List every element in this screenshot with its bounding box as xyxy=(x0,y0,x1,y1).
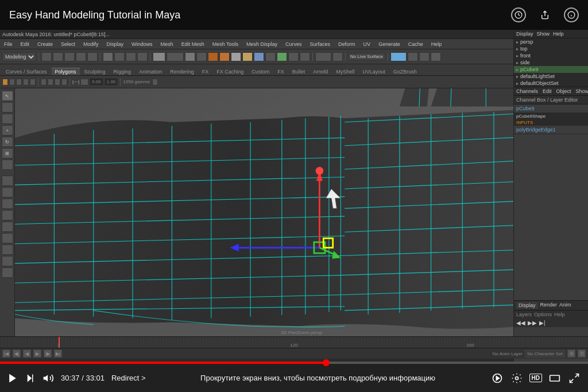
outliner-show[interactable]: Show xyxy=(537,31,550,37)
tab-rigging[interactable]: Rigging xyxy=(110,68,135,75)
menu-uv[interactable]: UV xyxy=(362,41,373,47)
menu-create[interactable]: Create xyxy=(36,41,55,47)
tl-play-fwd[interactable]: ▶ xyxy=(33,350,41,358)
dra-help2[interactable]: Help xyxy=(554,312,565,317)
tool-scale[interactable]: ⊞ xyxy=(2,148,13,158)
skip-forward-button[interactable] xyxy=(25,373,36,383)
toolbar-btn-26[interactable] xyxy=(408,52,418,61)
toolbar-btn-4[interactable] xyxy=(76,52,86,61)
outliner-side[interactable]: side xyxy=(520,60,530,65)
tool-transform[interactable] xyxy=(2,160,13,170)
menu-windows[interactable]: Windows xyxy=(130,41,154,47)
info-icon[interactable] xyxy=(564,7,579,22)
toolbar-btn-12[interactable] xyxy=(185,52,195,61)
toolbar-btn-27[interactable] xyxy=(419,52,430,61)
stb-11[interactable] xyxy=(152,79,158,86)
progress-bar-container[interactable] xyxy=(0,362,588,364)
tl-step-prev[interactable]: ◀| xyxy=(13,350,21,358)
toolbar-btn-10[interactable] xyxy=(153,52,165,61)
outliner-front[interactable]: front xyxy=(520,53,531,59)
tool-13[interactable] xyxy=(2,267,13,278)
tl-play-back[interactable]: ◀ xyxy=(23,350,31,358)
dra-display[interactable]: Display xyxy=(516,302,538,309)
fullscreen-button[interactable] xyxy=(567,371,581,385)
tl-next-btn[interactable]: ▶| xyxy=(54,350,62,358)
mode-selector[interactable]: Modeling xyxy=(2,52,36,61)
tab-fx-caching[interactable]: FX Caching xyxy=(213,68,247,75)
toolbar-btn-6[interactable] xyxy=(103,52,113,61)
toolbar-btn-15[interactable] xyxy=(219,52,230,61)
cb-channels[interactable]: Channels xyxy=(516,88,538,94)
toolbar-btn-28[interactable] xyxy=(431,52,441,61)
tab-gozbrush[interactable]: GoZBrush xyxy=(390,68,420,75)
toolbar-btn-18[interactable] xyxy=(254,52,264,61)
menu-cache[interactable]: Cache xyxy=(407,41,425,47)
tool-6[interactable] xyxy=(2,187,13,197)
menu-display[interactable]: Display xyxy=(105,41,126,47)
tool-move[interactable]: + xyxy=(2,125,13,135)
tab-arnold[interactable]: Arnold xyxy=(310,68,331,75)
dra-next[interactable]: ▶▶ xyxy=(528,320,537,326)
tab-curves[interactable]: Curves / Surfaces xyxy=(2,68,51,75)
menu-help[interactable]: Help xyxy=(430,41,444,47)
menu-modify[interactable]: Modify xyxy=(82,41,100,47)
toolbar-btn-25[interactable] xyxy=(390,52,407,61)
toolbar-btn-22[interactable] xyxy=(300,52,310,61)
outliner-persp[interactable]: persp xyxy=(520,39,533,45)
tl-extra1[interactable]: ⚙ xyxy=(567,350,575,358)
tool-12[interactable] xyxy=(2,256,13,266)
toolbar-btn-21[interactable] xyxy=(288,52,299,61)
stb-6[interactable] xyxy=(41,79,47,86)
toolbar-btn-1[interactable] xyxy=(41,52,52,61)
theater-mode-button[interactable] xyxy=(548,371,562,385)
menu-mesh-tools[interactable]: Mesh Tools xyxy=(211,41,240,47)
cb-input-item[interactable]: polyBridgeEdge1 xyxy=(514,126,588,134)
menu-mesh-display[interactable]: Mesh Display xyxy=(245,41,279,47)
toolbar-btn-11[interactable] xyxy=(167,52,184,61)
menu-deform[interactable]: Deform xyxy=(336,41,357,47)
toolbar-btn-17[interactable] xyxy=(242,52,253,61)
tab-myshell[interactable]: MyShell xyxy=(332,68,358,75)
toolbar-btn-20[interactable] xyxy=(277,52,287,61)
outliner-help[interactable]: Help xyxy=(553,31,564,37)
dra-anim[interactable]: Anim xyxy=(559,302,571,309)
tool-5[interactable] xyxy=(2,176,13,186)
outliner-item-pcube9[interactable]: ▸ pCube9 xyxy=(514,66,588,73)
stb-1[interactable] xyxy=(2,79,8,86)
tool-10[interactable] xyxy=(2,233,13,243)
toolbar-btn-24[interactable] xyxy=(332,52,343,61)
clock-icon[interactable] xyxy=(511,7,526,22)
hd-badge[interactable]: HD xyxy=(529,374,542,382)
tab-polygons[interactable]: Polygons xyxy=(52,68,80,75)
stb-5[interactable] xyxy=(30,79,36,86)
cb-show[interactable]: Show xyxy=(576,88,588,94)
tl-prev-btn[interactable]: |◀ xyxy=(2,350,10,358)
toolbar-btn-5[interactable] xyxy=(87,52,98,61)
settings-button[interactable] xyxy=(510,371,524,385)
tab-bullet[interactable]: Bullet xyxy=(289,68,309,75)
tab-uvlayout[interactable]: UVLayout xyxy=(359,68,389,75)
menu-generate[interactable]: Generate xyxy=(377,41,402,47)
tab-rendering[interactable]: Rendering xyxy=(167,68,198,75)
autoplay-toggle[interactable] xyxy=(490,371,504,385)
toolbar-btn-23[interactable] xyxy=(315,52,331,61)
menu-select[interactable]: Select xyxy=(59,41,77,47)
tool-11[interactable] xyxy=(2,244,13,255)
toolbar-btn-3[interactable] xyxy=(64,52,75,61)
toolbar-btn-2[interactable] xyxy=(53,52,63,61)
dra-layers[interactable]: Layers xyxy=(516,312,532,317)
tab-fx[interactable]: FX xyxy=(199,68,212,75)
tool-lasso[interactable] xyxy=(2,102,13,112)
redirect-link[interactable]: Redirect > xyxy=(111,374,146,382)
toolbar-btn-7[interactable] xyxy=(114,52,125,61)
tool-8[interactable] xyxy=(2,210,13,220)
cb-object[interactable]: Object xyxy=(556,88,571,94)
share-icon[interactable] xyxy=(537,7,552,22)
stb-10[interactable] xyxy=(80,79,88,86)
menu-edit[interactable]: Edit xyxy=(19,41,32,47)
menu-mesh[interactable]: Mesh xyxy=(159,41,175,47)
dra-options[interactable]: Options xyxy=(534,312,552,317)
outliner-defaultobjectset[interactable]: defaultObjectSet xyxy=(520,80,559,86)
stb-4[interactable] xyxy=(23,79,29,86)
dra-render[interactable]: Render xyxy=(540,302,558,309)
